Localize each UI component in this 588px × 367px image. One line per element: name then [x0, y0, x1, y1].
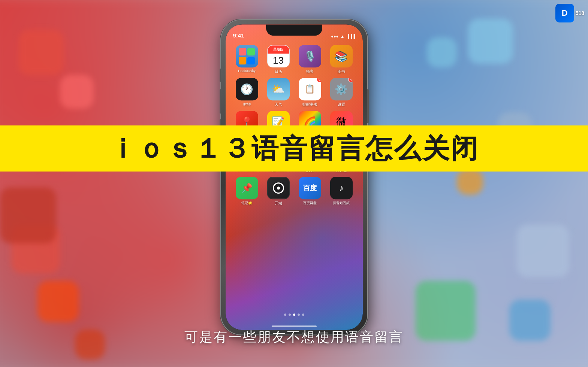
app-tiktok[interactable]: ♪ 抖音短视频: [328, 177, 355, 206]
settings-icon: ⚙️ 4: [330, 78, 353, 100]
app-row-1: Productivity 星期四 13 日历: [231, 45, 357, 74]
app-label-productivity: Productivity: [238, 69, 256, 73]
app-label-keynote: 开端: [275, 201, 282, 206]
app-row-5: 📌 笔记🌟 开端: [231, 177, 357, 206]
dot-3: [293, 313, 295, 316]
keynote-icon: [267, 177, 290, 199]
wifi-icon: ▲: [340, 34, 344, 39]
clock-icon: 🕐: [236, 78, 258, 100]
dot-4: [298, 313, 300, 316]
page-dots: [226, 313, 363, 316]
settings-badge: 4: [348, 78, 353, 82]
reminders-icon: 📋 8: [299, 78, 321, 100]
phone: 9:41 ●●● ▲ ▐▐▐: [221, 20, 367, 334]
app-baidu[interactable]: 百度 百度网盘: [296, 177, 323, 206]
app-keynote[interactable]: 开端: [265, 177, 292, 206]
reminders-badge: 8: [317, 78, 321, 82]
weather-icon: ⛅: [267, 78, 290, 100]
app-clock[interactable]: 🕐 时钟: [233, 78, 260, 107]
app-books[interactable]: 📚 图书: [328, 45, 355, 74]
app-productivity-folder[interactable]: Productivity: [233, 45, 260, 74]
watermark-logo: D: [555, 4, 574, 22]
app-label-tiktok: 抖音短视频: [333, 201, 350, 206]
calendar-icon: 星期四 13: [267, 45, 290, 67]
app-label-reminders: 提醒事项: [302, 102, 317, 107]
battery-icon: ▐▐▐: [346, 34, 355, 39]
app-label-calendar: 日历: [275, 69, 282, 74]
baidu-icon: 百度: [299, 177, 321, 199]
books-icon: 📚: [330, 45, 353, 67]
ios-wallpaper: 9:41 ●●● ▲ ▐▐▐: [226, 24, 363, 330]
notch: [266, 24, 322, 36]
podcasts-icon: 🎙️: [299, 45, 321, 67]
status-icons: ●●● ▲ ▐▐▐: [331, 34, 355, 39]
folder-icon: [236, 45, 258, 67]
app-label-podcasts: 播客: [306, 69, 314, 74]
app-label-baidu: 百度网盘: [303, 201, 317, 206]
yellow-banner: ｉｏｓ１３语音留言怎么关闭: [0, 125, 588, 172]
signal-icon: ●●●: [331, 34, 338, 39]
dot-5: [302, 313, 304, 316]
dot-1: [284, 313, 286, 316]
watermark: D 518: [555, 4, 584, 22]
status-time: 9:41: [233, 32, 244, 39]
app-label-clock: 时钟: [243, 102, 251, 107]
app-weather[interactable]: ⛅ 天气: [265, 78, 292, 107]
tiktok-icon: ♪: [330, 177, 353, 199]
app-label-settings: 设置: [338, 102, 345, 107]
app-label-books: 图书: [338, 69, 345, 74]
app-sticky[interactable]: 📌 笔记🌟: [233, 177, 260, 206]
app-reminders[interactable]: 📋 8 提醒事项: [296, 78, 323, 107]
app-podcasts[interactable]: 🎙️ 播客: [296, 45, 323, 74]
phone-screen: 9:41 ●●● ▲ ▐▐▐: [226, 24, 363, 330]
subtitle: 可是有一些朋友不想使用语音留言: [0, 328, 588, 346]
app-row-2: 🕐 时钟 ⛅ 天气: [231, 78, 357, 107]
dot-2: [289, 313, 291, 316]
app-label-weather: 天气: [275, 102, 282, 107]
home-indicator: [272, 325, 317, 327]
banner-text: ｉｏｓ１３语音留言怎么关闭: [19, 134, 569, 163]
app-settings[interactable]: ⚙️ 4 设置: [328, 78, 355, 107]
app-calendar[interactable]: 星期四 13 日历: [265, 45, 292, 74]
phone-shell: 9:41 ●●● ▲ ▐▐▐: [221, 20, 367, 334]
watermark-number: 518: [576, 10, 584, 16]
app-label-sticky: 笔记🌟: [241, 201, 252, 206]
sticky-icon: 📌: [236, 177, 258, 199]
watermark-letter: D: [562, 8, 568, 18]
